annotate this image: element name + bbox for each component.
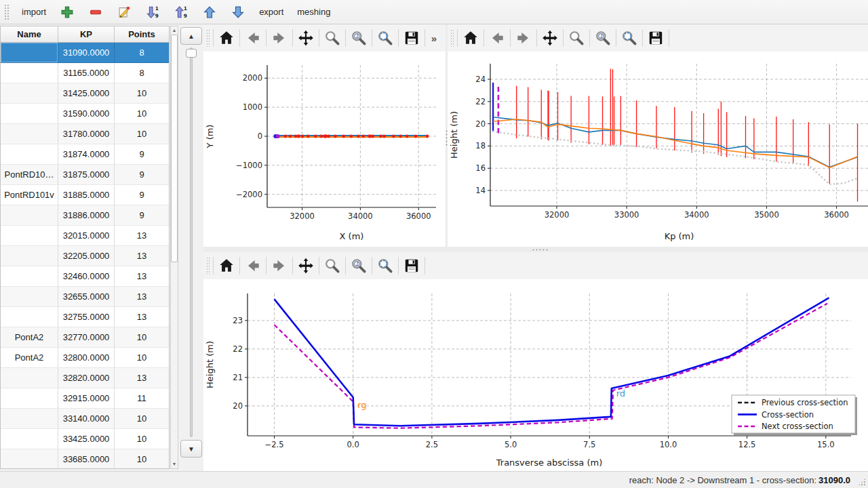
cell-points[interactable]: 9 [115,185,169,205]
zoom-button[interactable] [565,26,588,49]
forward-button[interactable] [512,26,535,49]
table-row[interactable]: 31780.000010 [1,124,169,144]
home-button[interactable] [215,254,238,277]
save-button[interactable] [400,254,423,277]
cell-points[interactable]: 10 [115,83,169,104]
cell-kp[interactable]: 31874.0000 [58,144,115,165]
cell-kp[interactable]: 31425.0000 [58,83,115,104]
plan-view-chart[interactable]: 320003400036000200010000−1000−2000X (m)Y… [203,52,445,244]
cell-name[interactable] [1,226,58,246]
table-row[interactable]: 31874.00009 [1,144,169,165]
cell-name[interactable] [1,205,58,226]
table-row[interactable]: 33140.000010 [1,409,169,429]
cell-name[interactable] [1,246,58,266]
cell-points[interactable]: 13 [115,226,169,246]
table-row[interactable]: 31165.00008 [1,63,169,83]
table-row[interactable]: 31886.00009 [1,205,169,226]
pan-button[interactable] [294,26,317,49]
move-up-button[interactable] [197,2,222,22]
save-button[interactable] [644,26,667,49]
cell-kp[interactable]: 32205.0000 [58,246,115,266]
cell-points[interactable]: 8 [115,63,169,83]
cell-name[interactable] [1,104,58,124]
slider-track[interactable] [190,47,193,437]
cell-name[interactable] [1,266,58,287]
zoom-fit-button[interactable] [618,26,641,49]
column-header-name[interactable]: Name [1,26,58,43]
move-down-button[interactable] [225,2,251,22]
cell-points[interactable]: 11 [115,388,169,409]
home-button[interactable] [215,26,238,49]
cell-kp[interactable]: 33140.0000 [58,409,115,429]
cell-points[interactable]: 13 [115,368,169,388]
cell-points[interactable]: 8 [115,43,169,63]
window-resize-grip[interactable] [858,478,866,486]
cell-kp[interactable]: 31780.0000 [58,124,115,144]
export-button[interactable]: export [254,2,289,22]
toolbar-grip-handle[interactable] [206,257,210,274]
cell-name[interactable] [1,287,58,307]
zoom-fit-button[interactable] [374,254,397,277]
plan-view-canvas[interactable]: 320003400036000200010000−1000−2000X (m)Y… [203,52,446,247]
cell-name[interactable] [1,368,58,388]
table-row[interactable]: 33425.000010 [1,429,169,449]
cell-kp[interactable]: 31165.0000 [58,63,115,83]
cell-kp[interactable]: 32770.0000 [58,327,115,348]
cell-points[interactable]: 13 [115,246,169,266]
cell-points[interactable]: 13 [115,266,169,287]
cell-kp[interactable]: 31590.0000 [58,104,115,124]
cell-name[interactable] [1,124,58,144]
zoom-one-button[interactable]: 1 [347,254,370,277]
cell-points[interactable]: 10 [115,449,169,469]
column-header-kp[interactable]: KP [58,26,115,43]
sort-descending-button[interactable]: 19 [140,2,165,22]
table-row[interactable]: 32655.000013 [1,287,169,307]
cell-name[interactable] [1,144,58,165]
table-scrollbar[interactable]: ▲ ▼ [170,26,178,469]
cell-kp[interactable]: 32015.0000 [58,226,115,246]
table-row[interactable]: PontRD10…31875.00009 [1,165,169,185]
table-row[interactable]: 32915.000011 [1,388,169,409]
zoom-fit-button[interactable] [374,26,397,49]
cell-kp[interactable]: 32655.0000 [58,287,115,307]
cell-points[interactable]: 10 [115,348,169,368]
pan-button[interactable] [294,254,317,277]
remove-button[interactable] [83,2,108,22]
cell-kp[interactable]: 32915.0000 [58,388,115,409]
pan-button[interactable] [538,26,561,49]
table-row[interactable]: PontRD101v31885.00009 [1,185,169,205]
zoom-button[interactable] [321,26,344,49]
cell-points[interactable]: 10 [115,124,169,144]
table-row[interactable]: 32755.000013 [1,307,169,327]
cross-section-canvas[interactable]: rgrd−2.50.02.55.07.510.012.515.020212223… [203,279,868,472]
cross-sections-table[interactable]: Name KP Points 31090.0000831165.00008314… [0,26,170,469]
cell-kp[interactable]: 31875.0000 [58,165,115,185]
cell-name[interactable] [1,429,58,449]
forward-button[interactable] [268,26,291,49]
cell-name[interactable]: PontRD101v [1,185,58,205]
cell-name[interactable]: PontA2 [1,327,58,348]
cell-points[interactable]: 9 [115,144,169,165]
forward-button[interactable] [268,254,291,277]
cell-name[interactable] [1,83,58,104]
zoom-button[interactable] [321,254,344,277]
slider-down-button[interactable]: ▼ [180,440,202,458]
home-button[interactable] [459,26,482,49]
table-row[interactable]: 32015.000013 [1,226,169,246]
sort-ascending-button[interactable]: 19 [168,2,194,22]
toolbar-overflow-button[interactable]: » [427,33,441,44]
cell-kp[interactable]: 32755.0000 [58,307,115,327]
table-scrollbar-thumb[interactable] [171,35,178,262]
cell-kp[interactable]: 31886.0000 [58,205,115,226]
cell-name[interactable] [1,43,58,63]
back-button[interactable] [241,26,264,49]
scroll-up-arrow-icon[interactable]: ▲ [171,26,178,35]
back-button[interactable] [486,26,509,49]
cell-kp[interactable]: 32820.0000 [58,368,115,388]
table-row[interactable]: 32460.000013 [1,266,169,287]
cell-name[interactable] [1,409,58,429]
table-row[interactable]: PontA232770.000010 [1,327,169,348]
cell-points[interactable]: 9 [115,205,169,226]
save-button[interactable] [400,26,423,49]
toolbar-grip-handle[interactable] [450,29,454,47]
